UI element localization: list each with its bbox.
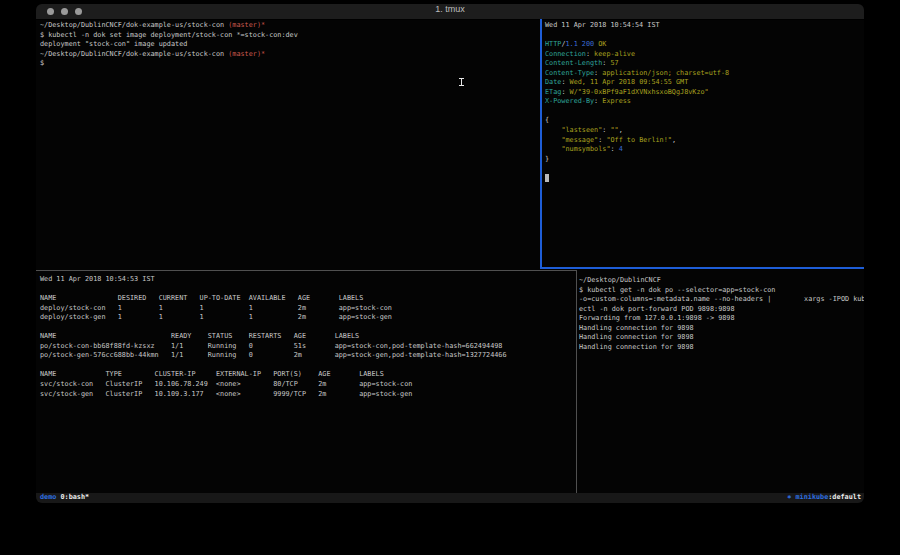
terminal-text-segment: svc/stock-gen ClusterIP 10.109.3.177 <no… bbox=[40, 390, 412, 398]
terminal-text-segment: "" bbox=[610, 126, 618, 134]
terminal-text-segment: $ kubectl -n dok set image deployment/st… bbox=[40, 31, 298, 39]
terminal-text-segment: Wed 11 Apr 2018 10:54:53 IST bbox=[40, 275, 155, 283]
terminal-text-segment: deployment "stock-con" image updated bbox=[40, 40, 187, 48]
pane-bottom-right-port-forward[interactable]: ~/Desktop/DublinCNCF$ kubectl get -n dok… bbox=[578, 269, 864, 500]
terminal-line: Wed 11 Apr 2018 10:54:53 IST bbox=[40, 275, 578, 285]
terminal-line: "lastseen": "", bbox=[545, 126, 864, 136]
terminal-text-segment: Forwarding from 127.0.0.1:9898 -> 9898 bbox=[579, 314, 735, 322]
terminal-text-segment: svc/stock-con ClusterIP 10.106.78.249 <n… bbox=[40, 380, 412, 388]
terminal-line: $ kubectl -n dok set image deployment/st… bbox=[40, 31, 544, 41]
terminal-text-segment: po/stock-con-bb68f88fd-kzsxz 1/1 Running… bbox=[40, 342, 502, 350]
pane-border-horizontal-left[interactable] bbox=[36, 270, 576, 271]
terminal-text-segment: demo bbox=[40, 493, 56, 501]
terminal-line bbox=[545, 31, 864, 41]
terminal-line bbox=[545, 107, 864, 117]
terminal-text-segment: ⎈ minikube bbox=[787, 493, 828, 501]
terminal-text-segment: ~/Desktop/DublinCNCF/dok-example-us/stoc… bbox=[40, 21, 224, 29]
terminal-line: Date: Wed, 11 Apr 2018 09:54:55 GMT bbox=[545, 78, 864, 88]
pane-bottom-left-kubectl-watch[interactable]: Wed 11 Apr 2018 10:54:53 IST NAME DESIRE… bbox=[36, 271, 578, 497]
terminal-text-segment: : bbox=[586, 50, 594, 58]
terminal-text-segment: (master)* bbox=[224, 50, 265, 58]
terminal-text-segment: NAME READY STATUS RESTARTS AGE LABELS bbox=[40, 332, 359, 340]
tmux-status-right-context: ⎈ minikube:default bbox=[787, 493, 861, 503]
terminal-line bbox=[40, 361, 578, 371]
terminal-text-segment: -o=custom-columns=:metadata.name --no-he… bbox=[579, 295, 864, 303]
terminal-text-segment: Content-Length bbox=[545, 59, 602, 67]
terminal-text-segment: Content-Type bbox=[545, 69, 594, 77]
terminal-text-segment: po/stock-gen-576cc688bb-44kmn 1/1 Runnin… bbox=[40, 351, 507, 359]
terminal-line: $ bbox=[40, 59, 544, 69]
terminal-text-segment: Wed, 11 Apr 2018 09:54:55 GMT bbox=[570, 78, 689, 86]
terminal-line: Content-Type: application/json; charset=… bbox=[545, 69, 864, 79]
terminal-text-segment: deploy/stock-con 1 1 1 1 2m app=stock-co… bbox=[40, 304, 392, 312]
terminal-text-segment: $ kubectl get -n dok po --selector=app=s… bbox=[579, 286, 775, 294]
window-title: 1. tmux bbox=[36, 4, 864, 19]
terminal-line: Content-Length: 57 bbox=[545, 59, 864, 69]
terminal-line: NAME READY STATUS RESTARTS AGE LABELS bbox=[40, 332, 578, 342]
desktop-background: 1. tmux ~/Desktop/DublinCNCF/dok-example… bbox=[0, 0, 900, 555]
terminal-text-segment: 57 bbox=[610, 59, 618, 67]
terminal-text-segment: (master)* bbox=[224, 21, 265, 29]
terminal-text-segment: :default bbox=[828, 493, 861, 501]
terminal-text-segment: Handling connection for 9898 bbox=[579, 324, 694, 332]
pane-top-left-shell[interactable]: ~/Desktop/DublinCNCF/dok-example-us/stoc… bbox=[36, 19, 544, 269]
terminal-text-segment: "numsymbols" bbox=[561, 145, 610, 153]
terminal-text-segment: NAME TYPE CLUSTER-IP EXTERNAL-IP PORT(S)… bbox=[40, 370, 384, 378]
terminal-line: ~/Desktop/DublinCNCF/dok-example-us/stoc… bbox=[40, 50, 544, 60]
tmux-status-bar: demo 0:bash* ⎈ minikube:default bbox=[36, 493, 864, 503]
terminal-line: ~/Desktop/DublinCNCF/dok-example-us/stoc… bbox=[40, 21, 544, 31]
terminal-text-segment: Connection bbox=[545, 50, 586, 58]
terminal-line: Forwarding from 127.0.0.1:9898 -> 9898 bbox=[579, 314, 864, 324]
terminal-line: } bbox=[545, 155, 864, 165]
terminal-line: { bbox=[545, 116, 864, 126]
terminal-text-segment bbox=[545, 136, 561, 144]
terminal-line: X-Powered-By: Express bbox=[545, 97, 864, 107]
terminal-line: $ kubectl get -n dok po --selector=app=s… bbox=[579, 286, 864, 296]
terminal-text-segment: ETag bbox=[545, 88, 561, 96]
terminal-text-segment bbox=[545, 126, 561, 134]
terminal-text-segment: 200 bbox=[582, 40, 594, 48]
terminal-text-segment: ectl -n dok port-forward POD 9898:9898 bbox=[579, 305, 735, 313]
terminal-text-segment: "message" bbox=[561, 136, 598, 144]
terminal-line: ~/Desktop/DublinCNCF bbox=[579, 276, 864, 286]
terminal-line: "numsymbols": 4 bbox=[545, 145, 864, 155]
terminal-text-segment: Handling connection for 9898 bbox=[579, 343, 694, 351]
pane-border-vertical-top[interactable] bbox=[540, 19, 542, 267]
terminal-line: Connection: keep-alive bbox=[545, 50, 864, 60]
mouse-cursor-icon bbox=[459, 78, 464, 86]
terminal-line: Handling connection for 9898 bbox=[579, 343, 864, 353]
terminal-line bbox=[545, 164, 864, 174]
terminal-text-segment: "lastseen" bbox=[561, 126, 602, 134]
pane-top-right-http-response[interactable]: Wed 11 Apr 2018 10:54:54 IST HTTP/1.1 20… bbox=[542, 19, 864, 269]
terminal-text-segment: NAME DESIRED CURRENT UP-TO-DATE AVAILABL… bbox=[40, 294, 363, 302]
window-titlebar[interactable]: 1. tmux bbox=[36, 4, 864, 20]
terminal-text-segment: X-Powered-By bbox=[545, 97, 594, 105]
terminal-text-segment bbox=[545, 174, 549, 182]
terminal-line: svc/stock-gen ClusterIP 10.109.3.177 <no… bbox=[40, 390, 578, 400]
terminal-line bbox=[545, 174, 864, 184]
terminal-text-segment: OK bbox=[598, 40, 606, 48]
terminal-line: deployment "stock-con" image updated bbox=[40, 40, 544, 50]
pane-border-horizontal-right[interactable] bbox=[540, 267, 864, 269]
terminal-text-segment: ~/Desktop/DublinCNCF/dok-example-us/stoc… bbox=[40, 50, 224, 58]
terminal-text-segment bbox=[545, 145, 561, 153]
terminal-text-segment: "Off to Berlin!" bbox=[606, 136, 671, 144]
tmux-session-window-tab[interactable]: demo 0:bash* bbox=[40, 493, 89, 503]
terminal-text-segment: $ bbox=[40, 59, 44, 67]
terminal-text-segment: keep-alive bbox=[594, 50, 635, 58]
terminal-line: deploy/stock-gen 1 1 1 1 2m app=stock-ge… bbox=[40, 313, 578, 323]
terminal-text-segment: Express bbox=[602, 97, 631, 105]
terminal-text-segment: 1.1 bbox=[565, 40, 577, 48]
terminal-line: Handling connection for 9898 bbox=[579, 333, 864, 343]
terminal-line bbox=[40, 285, 578, 295]
terminal-text-segment: 0:bash* bbox=[60, 493, 89, 501]
pane-border-vertical-bottom[interactable] bbox=[576, 270, 577, 494]
terminal-text-segment: , bbox=[672, 136, 676, 144]
terminal-line: ETag: W/"39-0xBPf9aF1dXVNxhsxoBQgJ8vKzo" bbox=[545, 88, 864, 98]
terminal-line: NAME DESIRED CURRENT UP-TO-DATE AVAILABL… bbox=[40, 294, 578, 304]
terminal-line: HTTP/1.1 200 OK bbox=[545, 40, 864, 50]
terminal-line: ectl -n dok port-forward POD 9898:9898 bbox=[579, 305, 864, 315]
terminal-line: NAME TYPE CLUSTER-IP EXTERNAL-IP PORT(S)… bbox=[40, 370, 578, 380]
terminal-text-segment: Date bbox=[545, 78, 561, 86]
terminal-line bbox=[40, 323, 578, 333]
